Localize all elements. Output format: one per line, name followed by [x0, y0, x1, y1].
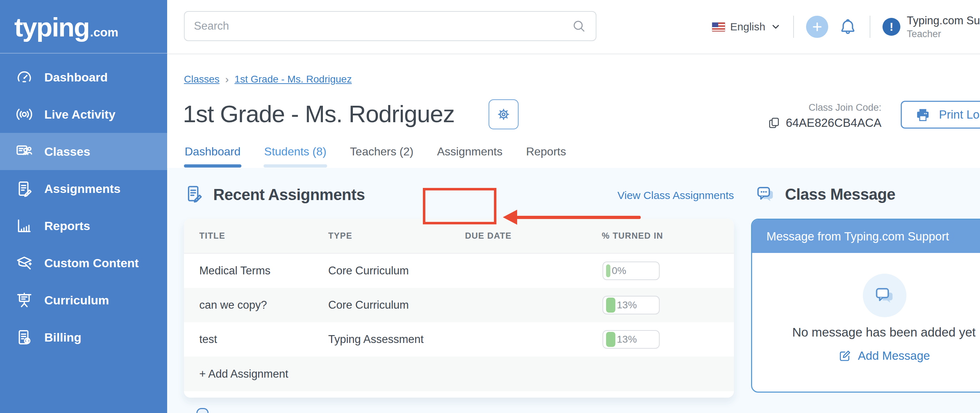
- class-message-card: Message from Typing.com Support No messa…: [751, 218, 980, 393]
- breadcrumb-separator: ›: [225, 73, 229, 85]
- copy-icon[interactable]: [767, 116, 781, 130]
- recent-assignments-title: Recent Assignments: [213, 186, 365, 204]
- us-flag-icon: [712, 22, 725, 32]
- turned-in-progress: 13%: [603, 330, 660, 349]
- view-class-assignments-link[interactable]: View Class Assignments: [617, 189, 734, 204]
- user-avatar[interactable]: !: [883, 18, 900, 36]
- logo-tld-text: .com: [90, 26, 118, 39]
- sidebar-item-billing[interactable]: Billing: [0, 319, 167, 356]
- class-join-code: Class Join Code: 64AE826CB4ACA: [767, 102, 881, 130]
- breadcrumb-classes-link[interactable]: Classes: [184, 73, 220, 85]
- column-header-turned-in: % TURNED IN: [602, 231, 734, 241]
- empty-message-text: No message has been added yet: [752, 325, 980, 340]
- message-card-body: No message has been added yet Add Messag…: [752, 253, 980, 393]
- typing-com-logo[interactable]: typing .com: [0, 0, 167, 54]
- sidebar-item-assignments[interactable]: Assignments: [0, 170, 167, 207]
- assignment-type: Core Curriculum: [328, 299, 465, 311]
- assignment-title: test: [199, 333, 328, 346]
- notifications-bell-icon[interactable]: [838, 17, 858, 37]
- progress-bar: [606, 298, 616, 313]
- curriculum-board-icon: [15, 291, 33, 309]
- search-input[interactable]: [194, 20, 571, 32]
- progress-value: 13%: [617, 334, 637, 345]
- class-settings-button[interactable]: [488, 99, 519, 129]
- topbar-right: English + ! Typing.com Su Teacher: [712, 0, 980, 54]
- sidebar-item-custom-content[interactable]: Custom Content: [0, 244, 167, 282]
- topbar: English + ! Typing.com Su Teacher: [167, 0, 980, 54]
- assignment-title: can we copy?: [199, 299, 328, 311]
- assignment-doc-pencil-icon: [184, 183, 204, 204]
- tab-assignments[interactable]: Assignments: [436, 143, 503, 167]
- logo-text: typing: [14, 12, 89, 43]
- print-login-button[interactable]: Print Login: [901, 101, 980, 129]
- class-tabs: Dashboard Students (8) Teachers (2) Assi…: [184, 143, 567, 167]
- table-row[interactable]: can we copy? Core Curriculum 13%: [184, 288, 734, 322]
- divider: [870, 16, 870, 38]
- join-code-label: Class Join Code:: [767, 102, 881, 113]
- sidebar-item-label: Classes: [44, 145, 91, 159]
- language-selector[interactable]: English: [712, 21, 781, 33]
- user-name: Typing.com Su: [907, 14, 980, 27]
- annotation-arrow-line: [516, 216, 641, 219]
- sidebar-item-live-activity[interactable]: Live Activity: [0, 96, 167, 133]
- sidebar-item-dashboard[interactable]: Dashboard: [0, 59, 167, 96]
- annotation-highlight-box: [423, 188, 496, 224]
- sidebar-item-label: Billing: [44, 330, 81, 344]
- recent-assignments-table: TITLE TYPE DUE DATE % TURNED IN Medical …: [184, 218, 734, 398]
- tab-dashboard[interactable]: Dashboard: [184, 143, 242, 167]
- sidebar: typing .com Dashboard Live Activity Clas…: [0, 0, 167, 413]
- main-area: Classes › 1st Grade - Ms. Rodriguez 1st …: [167, 54, 980, 413]
- search-box: [184, 11, 597, 41]
- column-header-due-date: DUE DATE: [465, 231, 602, 241]
- tab-teachers[interactable]: Teachers (2): [349, 143, 414, 167]
- breadcrumb: Classes › 1st Grade - Ms. Rodriguez: [184, 73, 352, 85]
- join-code-value: 64AE826CB4ACA: [786, 116, 881, 130]
- print-login-label: Print Login: [939, 108, 980, 121]
- turned-in-progress: 0%: [603, 262, 660, 280]
- sidebar-item-label: Custom Content: [44, 256, 138, 270]
- edit-pencil-icon: [838, 349, 852, 363]
- progress-value: 0%: [612, 265, 626, 276]
- class-message-title: Class Message: [785, 185, 896, 203]
- sidebar-nav: Dashboard Live Activity Classes Assignme…: [0, 59, 167, 356]
- sidebar-item-classes[interactable]: Classes: [0, 133, 167, 170]
- table-row[interactable]: Medical Terms Core Curriculum 0%: [184, 254, 734, 288]
- sidebar-item-label: Curriculum: [44, 293, 109, 307]
- user-block[interactable]: Typing.com Su Teacher: [907, 14, 980, 40]
- sidebar-item-label: Assignments: [44, 182, 121, 196]
- live-activity-icon: [15, 105, 33, 124]
- add-message-label: Add Message: [858, 349, 930, 363]
- sidebar-item-label: Dashboard: [44, 70, 108, 85]
- progress-value: 13%: [617, 300, 637, 311]
- custom-content-icon: [15, 254, 33, 272]
- assignment-type: Core Curriculum: [328, 265, 465, 277]
- empty-message-icon-circle: [863, 274, 907, 317]
- reports-bar-chart-icon: [15, 217, 33, 235]
- add-button[interactable]: +: [806, 16, 828, 38]
- billing-icon: [15, 328, 33, 346]
- progress-bar: [606, 265, 610, 277]
- chat-bubbles-icon: [755, 183, 776, 205]
- printer-icon: [915, 107, 931, 123]
- add-assignment-row[interactable]: + Add Assignment: [184, 357, 734, 391]
- classes-icon: [15, 142, 33, 161]
- sidebar-item-label: Reports: [44, 219, 90, 233]
- tab-reports[interactable]: Reports: [525, 143, 567, 167]
- page-title: 1st Grade - Ms. Rodriguez: [183, 100, 455, 128]
- annotation-arrow-icon: [503, 210, 517, 225]
- assignment-title: Medical Terms: [199, 265, 328, 277]
- content-area: Recent Assignments View Class Assignment…: [167, 168, 980, 413]
- table-row[interactable]: test Typing Assessment 13%: [184, 322, 734, 357]
- add-message-link[interactable]: Add Message: [752, 349, 980, 363]
- tab-students[interactable]: Students (8): [264, 143, 327, 167]
- dashboard-gauge-icon: [15, 68, 33, 86]
- divider: [793, 16, 794, 38]
- breadcrumb-class-link[interactable]: 1st Grade - Ms. Rodriguez: [235, 73, 352, 85]
- turned-in-progress: 13%: [603, 296, 660, 314]
- class-message-header: Class Message: [755, 183, 896, 205]
- sidebar-item-reports[interactable]: Reports: [0, 207, 167, 244]
- next-section-icon-fragment: [196, 408, 208, 413]
- assignments-icon: [15, 179, 33, 198]
- sidebar-item-curriculum[interactable]: Curriculum: [0, 282, 167, 319]
- progress-bar: [606, 332, 616, 347]
